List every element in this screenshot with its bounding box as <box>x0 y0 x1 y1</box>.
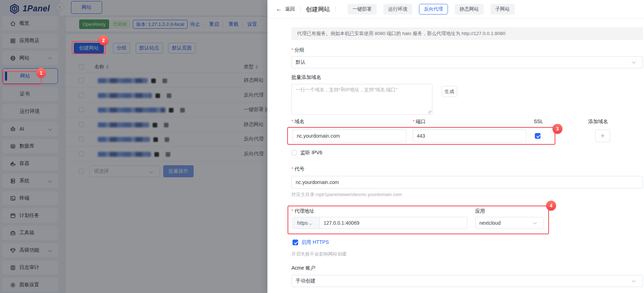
https-label[interactable]: 启用 HTTPS <box>301 239 329 246</box>
back-link[interactable]: 返回 <box>285 6 295 12</box>
https-helper-text: 开启失败不会影响网站创建 <box>291 251 347 257</box>
annotation-box-step1 <box>3 71 42 85</box>
alias-input[interactable] <box>291 176 643 189</box>
modal-overlay <box>0 0 267 293</box>
tab-reverse-proxy[interactable]: 反向代理 <box>419 4 448 15</box>
alias-field-label: *代号 <box>291 166 304 173</box>
group-select[interactable]: 默认 <box>291 56 643 68</box>
tab-runtime[interactable]: 运行环境 <box>383 4 412 15</box>
annotation-box-step3 <box>287 127 555 145</box>
divider <box>335 6 336 12</box>
annotation-badge-step1: 1 <box>36 68 46 77</box>
https-checkbox[interactable] <box>293 240 298 245</box>
textarea-resize-handle[interactable] <box>428 110 432 114</box>
tab-static-site[interactable]: 静态网站 <box>455 4 484 15</box>
add-domain-button[interactable]: + <box>595 130 610 142</box>
acme-account-label: Acme 账户 <box>291 265 315 272</box>
batch-domains-textarea[interactable] <box>291 84 432 115</box>
proxy-info-alert: 代理已有服务。例如本机已安装使用 8080 端口的 halo 服务，那么代理地址… <box>291 27 643 40</box>
back-arrow-icon[interactable]: ← <box>276 6 282 13</box>
drawer-title: 创建网站 <box>306 5 330 13</box>
annotation-box-step4 <box>288 206 549 234</box>
port-field-label: *端口 <box>413 119 425 125</box>
tab-one-click-deploy[interactable]: 一键部署 <box>348 4 377 15</box>
acme-account-select[interactable]: 手动创建 <box>291 275 643 287</box>
add-domain-label: 添加域名 <box>588 119 608 125</box>
drawer-header: ← 返回 创建网站 一键部署 运行环境 反向代理 静态网站 子网站 <box>267 0 644 19</box>
batch-domains-label: 批量添加域名 <box>291 74 321 81</box>
create-mode-tabs: 一键部署 运行环境 反向代理 静态网站 子网站 <box>348 4 515 15</box>
ipv6-checkbox[interactable] <box>291 150 297 155</box>
divider <box>300 6 301 12</box>
annotation-badge-step4: 4 <box>546 201 556 211</box>
ssl-field-label: SSL <box>534 119 543 125</box>
annotation-badge-step3: 3 <box>553 124 562 134</box>
group-field-label: *分组 <box>291 47 304 54</box>
annotation-badge-step2: 2 <box>99 35 108 45</box>
create-website-drawer: ← 返回 创建网站 一键部署 运行环境 反向代理 静态网站 子网站 代理已有服务… <box>267 0 644 293</box>
chevron-down-icon <box>632 278 636 282</box>
chevron-down-icon <box>632 60 636 64</box>
ipv6-label[interactable]: 监听 IPV6 <box>300 150 322 156</box>
alias-helper-text: 对应主目录:/opt/1panel/www/sites/nc.yourdomai… <box>291 191 402 198</box>
tab-subsite[interactable]: 子网站 <box>490 4 515 15</box>
generate-button[interactable]: 生成 <box>442 86 457 97</box>
domain-field-label: *域名 <box>291 119 304 125</box>
